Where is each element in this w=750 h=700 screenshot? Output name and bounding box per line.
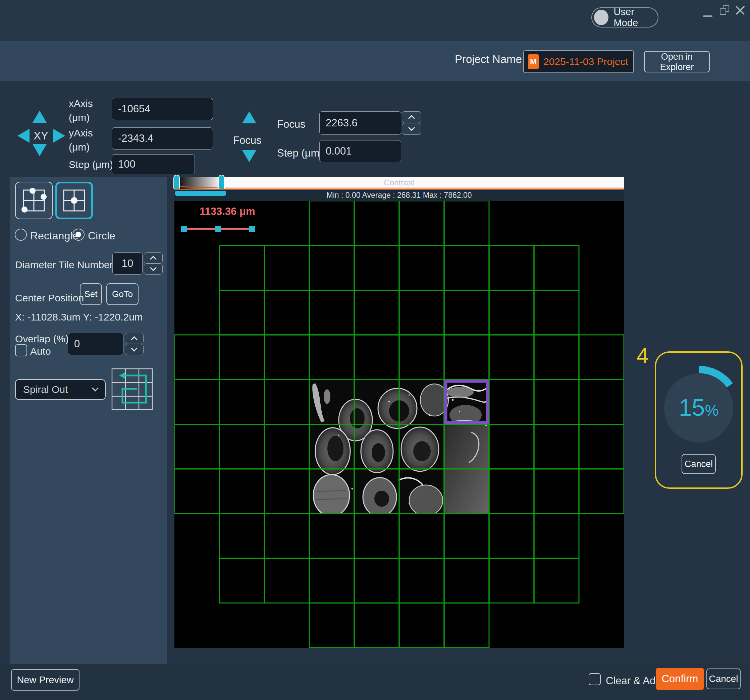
circle-radio[interactable] (72, 229, 85, 241)
center-position-label: Center Position (15, 291, 84, 305)
rectangle-radio[interactable] (15, 229, 27, 241)
user-mode-toggle[interactable]: User Mode (591, 8, 658, 28)
footer-bar: New Preview Clear & Add Confirm Cancel (0, 664, 750, 700)
diameter-spin-down-button[interactable] (144, 264, 163, 275)
circle-radio-label[interactable]: Circle (88, 229, 115, 243)
diameter-tile-number-input[interactable] (112, 252, 143, 275)
overlap-input[interactable] (68, 333, 123, 355)
progress-percent: 15% (655, 394, 742, 421)
minimize-icon[interactable] (703, 15, 712, 17)
scale-bar-mid-handle[interactable] (215, 226, 221, 232)
project-badge-icon: M (528, 54, 539, 69)
project-name-label: Project Name (455, 53, 522, 66)
xy-step-label: Step (μm) (69, 158, 113, 172)
overlap-spin-up-button[interactable] (125, 333, 144, 344)
cancel-button[interactable]: Cancel (706, 668, 741, 689)
grid-center-point-icon (61, 187, 87, 213)
tile-preview-canvas[interactable]: 1133.36 μm (174, 201, 624, 648)
contrast-bar: Contrast (174, 175, 624, 191)
tile-center-point-mode-button[interactable] (55, 182, 93, 219)
image-stats-text: Min : 0.00 Average : 268.31 Max : 7862.0… (326, 191, 472, 200)
scan-order-dropdown[interactable]: Spiral Out (15, 379, 106, 400)
xy-left-arrow[interactable] (17, 129, 29, 143)
scale-bar-label: 1133.36 μm (200, 206, 255, 217)
restore-window-icon[interactable] (720, 5, 730, 16)
diameter-tile-number-label: Diameter Tile Number : (15, 258, 118, 272)
rectangle-radio-label[interactable]: Rectangle (30, 229, 78, 243)
clear-add-checkbox[interactable] (589, 673, 601, 685)
focus-step-label: Step (μm) (277, 146, 323, 160)
image-stats-bar: Min : 0.00 Average : 268.31 Max : 7862.0… (174, 189, 624, 201)
xy-right-arrow[interactable] (53, 129, 65, 143)
focus-down-arrow[interactable] (242, 150, 256, 162)
xaxis-label: xAxis(μm) (69, 97, 93, 125)
scan-progress-bar (175, 191, 226, 196)
header-band: Project Name M 2025-11-03 Project Open i… (0, 41, 750, 81)
xy-down-arrow[interactable] (32, 144, 47, 156)
focus-input[interactable] (319, 111, 401, 135)
focus-label: Focus (277, 117, 305, 131)
chevron-up-icon (408, 115, 415, 121)
auto-overlap-checkbox[interactable] (15, 344, 27, 356)
titlebar: User Mode (0, 0, 750, 41)
app-window: User Mode Project Name M 2025-11-03 Proj… (0, 0, 750, 700)
tile-settings-panel: Rectangle Circle Diameter Tile Number : … (10, 177, 167, 664)
focus-step-input[interactable] (319, 140, 401, 162)
grid-corner-points-icon (21, 187, 47, 213)
xaxis-input[interactable] (112, 98, 213, 120)
project-name-field[interactable]: M 2025-11-03 Project (523, 50, 634, 73)
focus-group-label: Focus (233, 134, 261, 147)
diameter-spin-up-button[interactable] (144, 252, 163, 264)
close-icon[interactable] (735, 5, 746, 16)
spiral-out-icon (111, 368, 153, 410)
contrast-max-handle[interactable] (219, 175, 224, 190)
confirm-button[interactable]: Confirm (656, 668, 704, 690)
contrast-min-handle[interactable] (174, 175, 180, 190)
overlap-spinner (125, 333, 144, 355)
focus-spin-down-button[interactable] (402, 123, 421, 135)
focus-spinner (402, 111, 421, 135)
focus-spin-up-button[interactable] (402, 111, 421, 123)
chevron-down-icon (92, 385, 98, 391)
project-name-value: 2025-11-03 Project (543, 56, 628, 68)
scale-bar-right-handle[interactable] (249, 226, 255, 232)
open-in-explorer-button[interactable]: Open in Explorer (644, 51, 710, 72)
contrast-label: Contrast (384, 178, 415, 187)
new-preview-button[interactable]: New Preview (11, 669, 80, 691)
yaxis-label: yAxis(μm) (69, 126, 93, 154)
clear-add-label[interactable]: Clear & Add (606, 674, 661, 688)
user-mode-label: User Mode (614, 6, 658, 29)
auto-overlap-label[interactable]: Auto (30, 344, 51, 358)
set-button[interactable]: Set (80, 283, 102, 305)
goto-button[interactable]: GoTo (106, 283, 138, 305)
xy-up-arrow[interactable] (32, 111, 47, 123)
focus-up-arrow[interactable] (242, 111, 256, 123)
yaxis-input[interactable] (112, 127, 213, 149)
tile-corner-points-mode-button[interactable] (15, 182, 53, 219)
center-position-readout: X: -11028.3um Y: -1220.2um (15, 310, 143, 324)
diameter-spinner (144, 252, 163, 275)
chevron-down-icon (150, 264, 157, 271)
chevron-up-icon (150, 255, 157, 262)
toggle-knob-icon (594, 10, 609, 25)
overlap-spin-down-button[interactable] (125, 344, 144, 355)
xy-label: XY (34, 129, 48, 143)
progress-cancel-button[interactable]: Cancel (682, 454, 716, 474)
scale-bar-left-handle[interactable] (181, 226, 187, 232)
chevron-up-icon (131, 336, 138, 342)
contrast-window (176, 177, 221, 189)
step-annotation-number: 4 (636, 342, 649, 368)
chevron-down-icon (408, 124, 415, 131)
chevron-down-icon (131, 345, 138, 352)
overlap-label: Overlap (%) (15, 332, 69, 346)
xy-step-input[interactable] (112, 154, 195, 174)
scan-order-value: Spiral Out (23, 384, 68, 395)
